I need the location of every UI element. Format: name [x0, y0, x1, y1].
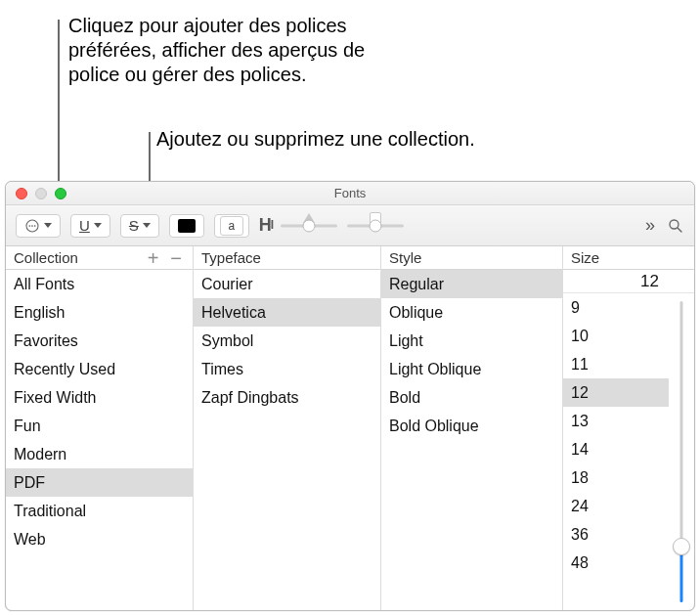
list-item[interactable]: Oblique	[381, 298, 562, 327]
slider-knob-icon	[673, 538, 690, 555]
list-item[interactable]: 9	[563, 293, 669, 322]
chevron-down-icon	[94, 223, 102, 228]
list-item[interactable]: Modern	[6, 440, 193, 468]
list-item[interactable]: Times	[194, 355, 380, 383]
collection-list[interactable]: All FontsEnglishFavoritesRecently UsedFi…	[6, 270, 193, 610]
size-slider[interactable]	[669, 293, 694, 610]
collection-column: Collection + − All FontsEnglishFavorites…	[6, 246, 194, 610]
svg-point-4	[670, 220, 678, 229]
list-item[interactable]: 12	[563, 378, 669, 407]
typeface-header: Typeface	[194, 246, 380, 270]
size-list[interactable]: 9101112131418243648	[563, 293, 669, 610]
typeface-header-label: Typeface	[201, 249, 261, 266]
more-menu-button[interactable]	[16, 214, 61, 238]
remove-collection-button[interactable]: −	[167, 248, 185, 268]
collection-header-label: Collection	[14, 249, 78, 266]
list-item[interactable]: Regular	[381, 270, 562, 298]
overflow-button[interactable]: »	[645, 215, 655, 236]
typeface-list[interactable]: CourierHelveticaSymbolTimesZapf Dingbats	[194, 270, 380, 610]
text-shadow-blur-slider[interactable]	[347, 216, 404, 236]
color-swatch-icon	[178, 219, 196, 233]
underline-menu-button[interactable]: U	[70, 214, 110, 238]
size-column: Size 12 9101112131418243648	[563, 246, 694, 610]
size-input[interactable]: 12	[563, 270, 694, 293]
chevron-down-icon	[143, 223, 151, 228]
style-column: Style RegularObliqueLightLight ObliqueBo…	[381, 246, 563, 610]
list-item[interactable]: 13	[563, 407, 669, 435]
list-item[interactable]: Bold Oblique	[381, 412, 562, 440]
fonts-window: Fonts U S a HI	[5, 181, 695, 611]
size-header: Size	[563, 246, 694, 270]
svg-point-1	[28, 225, 30, 227]
add-collection-button[interactable]: +	[145, 248, 162, 268]
list-item[interactable]: Zapf Dingbats	[194, 383, 380, 412]
list-item[interactable]: 11	[563, 350, 669, 378]
list-item[interactable]: Courier	[194, 270, 380, 298]
list-item[interactable]: Recently Used	[6, 355, 193, 383]
strikethrough-icon: S	[129, 217, 139, 234]
list-item[interactable]: All Fonts	[6, 270, 193, 298]
columns: Collection + − All FontsEnglishFavorites…	[6, 246, 694, 610]
text-color-button[interactable]	[169, 214, 204, 238]
strikethrough-menu-button[interactable]: S	[120, 214, 159, 238]
list-item[interactable]: Helvetica	[194, 298, 380, 327]
slider-knob-icon	[370, 219, 382, 232]
size-header-label: Size	[571, 249, 599, 266]
document-color-button[interactable]: a	[214, 214, 249, 238]
window-title: Fonts	[6, 186, 694, 200]
svg-point-3	[34, 225, 36, 227]
search-button[interactable]	[667, 217, 684, 235]
list-item[interactable]: English	[6, 298, 193, 327]
paragraph-spacing-button[interactable]: HI	[259, 215, 271, 236]
list-item[interactable]: 48	[563, 549, 669, 577]
annotation-top: Cliquez pour ajouter des polices préféré…	[68, 14, 391, 87]
list-item[interactable]: Web	[6, 525, 193, 553]
list-item[interactable]: Light	[381, 327, 562, 355]
list-item[interactable]: Light Oblique	[381, 355, 562, 383]
style-list[interactable]: RegularObliqueLightLight ObliqueBoldBold…	[381, 270, 562, 610]
list-item[interactable]: PDF	[6, 468, 193, 497]
svg-line-5	[678, 228, 681, 232]
svg-point-2	[31, 225, 33, 227]
list-item[interactable]: Symbol	[194, 327, 380, 355]
list-item[interactable]: 14	[563, 435, 669, 463]
list-item[interactable]: 18	[563, 463, 669, 492]
list-item[interactable]: 24	[563, 492, 669, 520]
list-item[interactable]: Traditional	[6, 497, 193, 525]
list-item[interactable]: Fun	[6, 412, 193, 440]
list-item[interactable]: Fixed Width	[6, 383, 193, 412]
list-item[interactable]: 10	[563, 322, 669, 350]
style-header-label: Style	[389, 249, 421, 266]
list-item[interactable]: Favorites	[6, 327, 193, 355]
annotation-second: Ajoutez ou supprimez une collection.	[156, 127, 567, 152]
more-circle-icon	[24, 218, 40, 234]
style-header: Style	[381, 246, 562, 270]
sample-glyph-icon: a	[220, 216, 243, 236]
slider-knob-icon	[303, 219, 316, 232]
list-item[interactable]: 36	[563, 520, 669, 549]
chevron-down-icon	[44, 223, 52, 228]
search-icon	[667, 217, 684, 235]
underline-icon: U	[79, 217, 90, 234]
collection-header: Collection + −	[6, 246, 193, 270]
text-shadow-opacity-slider[interactable]	[281, 216, 337, 236]
window-titlebar: Fonts	[6, 182, 694, 205]
list-item[interactable]: Bold	[381, 383, 562, 412]
fonts-toolbar: U S a HI »	[6, 205, 694, 246]
typeface-column: Typeface CourierHelveticaSymbolTimesZapf…	[194, 246, 381, 610]
